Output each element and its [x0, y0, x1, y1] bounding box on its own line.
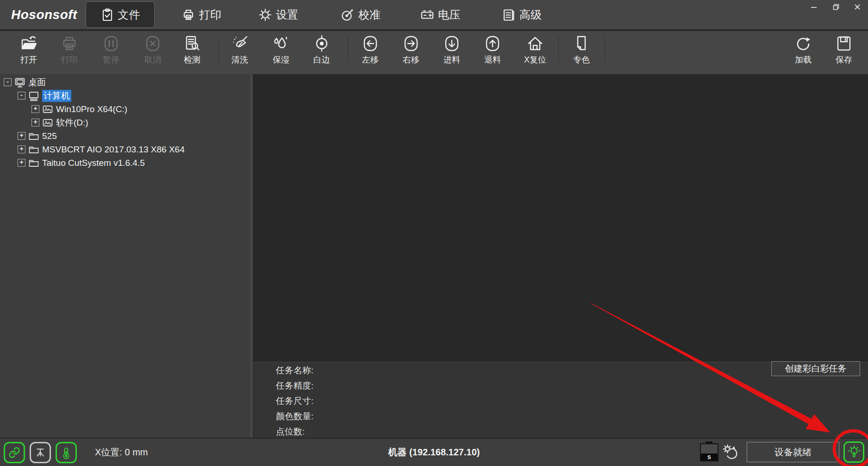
toolbar-button-cancel[interactable]: 取消 — [132, 34, 173, 65]
toolbar-button-label: 退料 — [472, 54, 513, 65]
printer-icon — [181, 8, 195, 22]
pause-icon — [102, 34, 120, 53]
calibration-target-icon — [341, 8, 355, 22]
target-circle-icon — [312, 34, 331, 53]
task-precision-label: 任务精度: — [276, 378, 313, 393]
tab-voltage[interactable]: 电压 — [420, 0, 460, 29]
close-button[interactable] — [850, 1, 865, 13]
preview-canvas[interactable] — [253, 74, 868, 362]
water-drops-icon — [272, 34, 290, 53]
tree-scrollbar[interactable] — [250, 74, 253, 438]
save-floppy-icon — [835, 34, 853, 53]
toolbar-button-moisturize[interactable]: 保湿 — [261, 34, 301, 65]
folder-icon — [28, 144, 39, 155]
ink-level-indicator: S — [700, 443, 718, 461]
toolbar-button-pause[interactable]: 暂停 — [91, 34, 131, 65]
tree-item-computer[interactable]: - 计算机 — [0, 89, 249, 102]
folder-icon — [28, 131, 39, 142]
tab-label: 文件 — [118, 7, 140, 22]
menu-bar: Hosonsoft 文件 打印 设置 校准 — [0, 0, 868, 31]
tree-toggle[interactable]: + — [31, 119, 39, 126]
toolbar-button-spot-color[interactable]: 专色 — [561, 34, 602, 65]
tree-item-folder-taituo[interactable]: + Taituo CutSystem v1.6.4.5 — [0, 156, 249, 170]
tree-item-label: MSVBCRT AIO 2017.03.13 X86 X64 — [42, 145, 185, 155]
tree-item-label: 桌面 — [28, 76, 46, 88]
color-count-label: 颜色数量: — [276, 409, 313, 423]
toolbar-button-x-reset[interactable]: X复位 — [515, 34, 556, 65]
toolbar-button-save[interactable]: 保存 — [824, 34, 864, 65]
toolbar-button-label: 左移 — [350, 54, 391, 65]
restore-button[interactable] — [829, 1, 843, 13]
tab-label: 高级 — [519, 7, 542, 22]
toolbar-separator — [558, 37, 559, 62]
tab-calibration[interactable]: 校准 — [341, 0, 381, 29]
battery-terminal — [706, 441, 712, 444]
tab-label: 设置 — [276, 7, 298, 22]
toolbar-button-label: 打开 — [8, 54, 49, 65]
tree-toggle[interactable]: + — [18, 159, 25, 167]
toolbar-button-label: X复位 — [515, 54, 556, 65]
toolbar-button-label: 暂停 — [91, 54, 131, 65]
toolbar-button-move-right[interactable]: 右移 — [391, 34, 431, 65]
file-tree-panel: - 桌面 - 计算机 + Win10Pro X64(C:) + 软件(D:) +… — [0, 74, 253, 438]
app-logo: Hosonsoft — [11, 0, 77, 29]
tree-item-folder-525[interactable]: + 525 — [0, 129, 249, 143]
minimize-button[interactable] — [806, 1, 821, 13]
tree-item-desktop[interactable]: - 桌面 — [0, 76, 249, 89]
reload-icon — [794, 34, 812, 53]
toolbar-button-open[interactable]: 打开 — [8, 34, 49, 65]
tree-toggle[interactable]: - — [4, 78, 12, 86]
toolbar-button-label: 加载 — [783, 54, 824, 65]
toolbar-button-clean[interactable]: 清洗 — [219, 34, 260, 65]
tree-toggle[interactable]: + — [18, 145, 25, 153]
toolbar-button-label: 检测 — [172, 54, 212, 65]
toolbar-button-label: 右移 — [391, 54, 431, 65]
toolbar-button-move-left[interactable]: 左移 — [350, 34, 391, 65]
tree-toggle[interactable]: + — [31, 105, 39, 113]
toolbar: 打开 打印 暂停 取消 检测 清洗 保湿 白边 — [0, 31, 868, 74]
toolbar-button-retract[interactable]: 退料 — [472, 34, 513, 65]
page-fold-icon — [572, 34, 591, 53]
tab-print[interactable]: 打印 — [181, 0, 221, 29]
tab-settings[interactable]: 设置 — [258, 0, 298, 29]
tree-item-label: Win10Pro X64(C:) — [56, 104, 127, 114]
tab-label: 校准 — [358, 7, 381, 22]
arrow-right-icon — [402, 34, 420, 53]
arrow-down-icon — [443, 34, 461, 53]
sync-gear-icon[interactable] — [721, 444, 739, 461]
cancel-x-icon — [144, 34, 162, 53]
folder-icon — [28, 157, 39, 169]
toolbar-button-feed[interactable]: 进料 — [431, 34, 472, 65]
task-info-panel: 任务名称: 任务精度: 任务尺寸: 颜色数量: 点位数: 创建彩白彩任务 — [253, 362, 868, 438]
task-name-label: 任务名称: — [276, 363, 313, 378]
toolbar-button-label: 进料 — [431, 54, 472, 65]
toolbar-button-print[interactable]: 打印 — [49, 34, 90, 65]
toolbar-button-label: 保存 — [824, 54, 864, 65]
tree-toggle[interactable]: - — [18, 92, 25, 100]
drive-icon — [42, 117, 53, 128]
desktop-monitor-icon — [14, 77, 25, 88]
toolbar-button-label: 保湿 — [261, 54, 301, 65]
tab-file[interactable]: 文件 — [86, 1, 155, 28]
toolbar-button-white-edge[interactable]: 白边 — [301, 34, 342, 65]
task-size-label: 任务尺寸: — [276, 394, 313, 408]
tree-item-drive-c[interactable]: + Win10Pro X64(C:) — [0, 102, 249, 116]
toolbar-button-load[interactable]: 加载 — [783, 34, 824, 65]
toolbar-separator — [219, 37, 219, 62]
toolbar-button-label: 清洗 — [219, 54, 260, 65]
gear-icon — [258, 8, 272, 22]
hosonsoft-window: Hosonsoft 文件 打印 设置 校准 — [0, 0, 868, 466]
light-toggle-button[interactable] — [843, 441, 864, 463]
home-icon — [526, 34, 544, 53]
tab-advanced[interactable]: 高级 — [502, 0, 542, 29]
battery-label: S — [701, 453, 718, 460]
clean-brush-icon — [231, 34, 249, 53]
tree-item-folder-msvbcrt[interactable]: + MSVBCRT AIO 2017.03.13 X86 X64 — [0, 143, 249, 156]
toolbar-button-detect[interactable]: 检测 — [172, 34, 212, 65]
create-color-white-color-task-button[interactable]: 创建彩白彩任务 — [771, 361, 860, 376]
tree-toggle[interactable]: + — [18, 132, 25, 140]
tree-item-drive-d[interactable]: + 软件(D:) — [0, 116, 249, 129]
device-status-box: 设备就绪 — [747, 442, 839, 462]
toolbar-separator — [348, 37, 349, 62]
tab-label: 打印 — [199, 7, 221, 22]
